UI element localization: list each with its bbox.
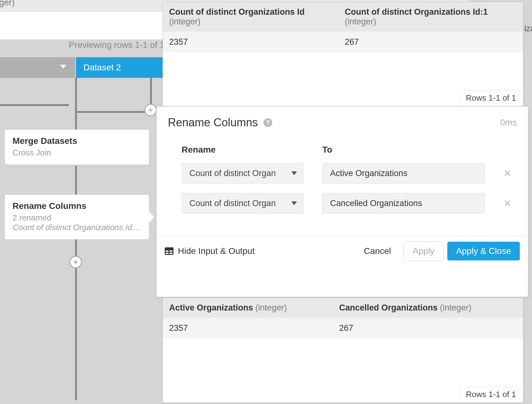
rename-to-value: Cancelled Organizations xyxy=(330,199,422,208)
remove-row-icon[interactable]: ✕ xyxy=(504,198,511,209)
timing-label: 0ms xyxy=(500,118,517,128)
connector xyxy=(0,104,69,106)
rename-to-input[interactable]: Cancelled Organizations xyxy=(322,193,485,214)
table-row: 2357 267 xyxy=(163,32,523,53)
hide-io-label: Hide Input & Output xyxy=(178,246,255,256)
table-row: 2357 267 xyxy=(163,318,523,339)
pipeline-node-title: Merge Datasets xyxy=(13,136,141,146)
rename-from-value: Count of distinct Organ xyxy=(189,169,276,178)
connector xyxy=(75,111,152,113)
table-header-cell[interactable]: Count of distinct Organizations Id (inte… xyxy=(163,2,339,32)
hide-io-button[interactable]: Hide Input & Output xyxy=(165,246,255,256)
panel-header: Rename Columns ? 0ms xyxy=(157,107,528,132)
pipeline-node-title: Rename Columns xyxy=(13,201,141,211)
table-cell: 267 xyxy=(333,318,523,339)
svg-rect-4 xyxy=(169,253,173,254)
table-cell: 267 xyxy=(339,32,523,53)
table-cell: 2357 xyxy=(163,32,339,53)
overflow-text: iza xyxy=(524,24,532,33)
table-icon xyxy=(165,247,173,255)
table-header-type: (integer) xyxy=(440,303,472,312)
table-header-name: Cancelled Organizations xyxy=(339,303,438,312)
apply-close-button[interactable]: Apply & Close xyxy=(447,242,520,260)
input-preview-table: Count of distinct Organizations Id (inte… xyxy=(163,2,523,106)
rename-row: Count of distinct Organ Active Organizat… xyxy=(182,163,509,184)
panel-title: Rename Columns xyxy=(168,116,258,129)
table-header-name: Count of distinct Organizations Id:1 xyxy=(345,7,488,17)
table-cell: 2357 xyxy=(163,318,333,339)
rename-from-select[interactable]: Count of distinct Organ xyxy=(182,193,304,214)
chevron-down-icon xyxy=(60,65,66,68)
chevron-down-icon xyxy=(291,171,297,175)
column-header-cut: ations Id (integer) xyxy=(0,0,15,8)
dataset-tab-label: Dataset 2 xyxy=(83,63,121,73)
rename-to-value: Active Organizations xyxy=(330,169,408,178)
table-header-cell[interactable]: Cancelled Organizations (integer) xyxy=(333,298,523,318)
plus-icon[interactable]: + xyxy=(144,104,157,116)
table-header-type: (integer) xyxy=(169,17,201,26)
table-header-type: (integer) xyxy=(345,17,376,26)
pipeline-node-pointer xyxy=(149,211,154,223)
dataset-tab-active[interactable]: Dataset 2 xyxy=(76,57,170,78)
rows-count-badge: Rows 1-1 of 1 xyxy=(459,387,522,402)
svg-rect-3 xyxy=(166,253,168,254)
apply-button[interactable]: Apply xyxy=(404,241,444,261)
table-header-cell[interactable]: Count of distinct Organizations Id:1 (in… xyxy=(339,2,523,32)
rename-from-select[interactable]: Count of distinct Organ xyxy=(182,163,304,184)
table-header-type: (integer) xyxy=(255,303,287,312)
rename-to-input[interactable]: Active Organizations xyxy=(322,163,485,184)
pipeline-node-sub: 2 renamed xyxy=(13,213,141,223)
table-header-row: Count of distinct Organizations Id (inte… xyxy=(163,2,523,32)
table-header-row: Active Organizations (integer) Cancelled… xyxy=(163,298,523,318)
chevron-down-icon xyxy=(291,201,297,205)
remove-row-icon[interactable]: ✕ xyxy=(504,168,511,179)
pipeline-node-detail: Count of distinct Organizations Id… xyxy=(13,223,141,232)
cancel-button[interactable]: Cancel xyxy=(355,242,400,260)
plus-icon[interactable]: + xyxy=(69,256,82,268)
connector xyxy=(75,78,77,131)
table-header-cell[interactable]: Active Organizations (integer) xyxy=(163,298,333,318)
svg-rect-2 xyxy=(169,250,173,252)
help-icon[interactable]: ? xyxy=(263,118,272,127)
rename-to-heading: To xyxy=(322,145,485,155)
column-header-cut-type: (integer) xyxy=(0,0,15,7)
rename-row: Count of distinct Organ Cancelled Organi… xyxy=(182,193,509,214)
output-preview-table: Active Organizations (integer) Cancelled… xyxy=(163,298,523,403)
svg-rect-1 xyxy=(166,250,168,252)
rename-from-value: Count of distinct Organ xyxy=(189,199,276,208)
panel-footer: Hide Input & Output Cancel Apply Apply &… xyxy=(157,235,528,266)
previewing-rows-label: Previewing rows 1-1 of 1 xyxy=(69,40,165,50)
dataset-tab-dropdown[interactable] xyxy=(0,57,75,78)
rename-columns-panel: Rename Columns ? 0ms Rename To Count of … xyxy=(156,106,528,297)
rows-count-badge: Rows 1-1 of 1 xyxy=(459,90,522,105)
panel-body: Rename To Count of distinct Organ Active… xyxy=(157,132,528,235)
table-header-name: Count of distinct Organizations Id xyxy=(169,7,304,17)
pipeline-node-merge[interactable]: Merge Datasets Cross Join xyxy=(5,129,149,165)
pipeline-node-rename[interactable]: Rename Columns 2 renamed Count of distin… xyxy=(5,194,149,240)
rename-from-heading: Rename xyxy=(182,145,304,155)
table-header-name: Active Organizations xyxy=(169,303,253,312)
pipeline-node-sub: Cross Join xyxy=(13,148,141,158)
